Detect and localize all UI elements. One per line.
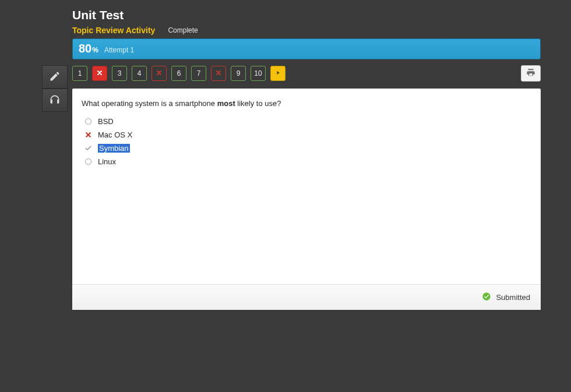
radio-icon [84,158,92,166]
submitted-label: Submitted [496,293,530,302]
question-nav-6[interactable]: 6 [171,66,186,81]
question-nav-2[interactable] [92,66,107,81]
options-list: BSDMac OS XSymbianLinux [84,117,531,166]
question-nav-3[interactable]: 3 [112,66,127,81]
question-nav-1[interactable]: 1 [72,66,87,81]
option-label: Symbian [98,144,130,153]
option-label: Linux [98,157,116,166]
score-number: 80 [79,42,91,55]
question-text: What operating system is a smartphone mo… [82,99,531,108]
headphones-button[interactable] [42,89,68,112]
headphones-icon [49,94,61,107]
question-nav-10[interactable]: 10 [251,66,266,81]
score-pct: % [92,46,98,54]
print-icon [526,68,536,79]
page-title: Unit Test [72,8,541,22]
option-1[interactable]: BSD [84,117,531,126]
question-nav: 13467910 [72,66,521,81]
sub-header: Topic Review Activity Complete [72,26,541,35]
panel-footer: Submitted [72,284,541,310]
next-button[interactable] [270,66,286,81]
print-button[interactable] [521,65,541,82]
x-icon [84,131,92,139]
question-panel: What operating system is a smartphone mo… [72,89,541,310]
question-nav-4[interactable]: 4 [132,66,147,81]
question-nav-5[interactable] [151,66,167,81]
question-suffix: likely to use? [235,99,281,108]
question-nav-8[interactable] [211,66,226,81]
topic-label: Topic Review Activity [72,26,155,35]
score-value: 80% [79,42,98,55]
option-4[interactable]: Linux [84,157,531,166]
toolbar: 13467910 [72,65,541,82]
option-label: Mac OS X [98,130,132,139]
pencil-button[interactable] [42,65,68,89]
check-circle-icon [482,292,491,303]
option-3[interactable]: Symbian [84,144,531,153]
side-tools [42,65,68,112]
x-icon [96,69,103,78]
option-2[interactable]: Mac OS X [84,130,531,139]
option-label: BSD [98,117,114,126]
x-icon [215,69,222,78]
check-icon [84,144,92,153]
play-icon [275,69,281,77]
pencil-icon [49,70,61,84]
score-bar: 80% Attempt 1 [72,38,541,59]
question-emphasis: most [217,99,235,108]
radio-icon [84,118,92,126]
question-nav-9[interactable]: 9 [231,66,246,81]
question-prefix: What operating system is a smartphone [82,99,217,108]
x-icon [156,69,163,78]
question-nav-7[interactable]: 7 [191,66,206,81]
svg-point-0 [483,292,491,300]
attempt-label: Attempt 1 [104,46,134,54]
status-label: Complete [168,26,198,34]
